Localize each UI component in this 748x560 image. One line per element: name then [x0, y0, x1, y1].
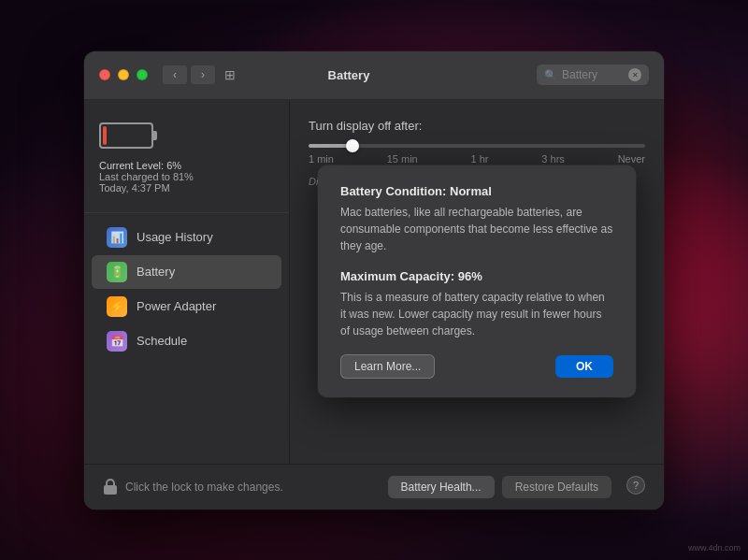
- sidebar-item-label-schedule: Schedule: [137, 334, 187, 348]
- sidebar-item-usage-history[interactable]: 📊 Usage History: [92, 221, 281, 254]
- sidebar-item-power-adapter[interactable]: ⚡ Power Adapter: [92, 290, 281, 323]
- minimize-button[interactable]: [118, 69, 129, 80]
- search-bar[interactable]: 🔍 Battery ✕: [537, 65, 649, 85]
- modal-buttons: Learn More... OK: [340, 354, 613, 379]
- lock-shackle: [106, 479, 115, 485]
- battery-icon-container: [99, 122, 274, 149]
- traffic-lights: [99, 69, 148, 80]
- bottom-bar: Click the lock to make changes. Battery …: [84, 464, 664, 510]
- usage-history-icon: 📊: [107, 227, 127, 248]
- capacity-text: This is a measure of battery capacity re…: [340, 289, 613, 339]
- condition-text: Mac batteries, like all rechargeable bat…: [340, 204, 613, 254]
- lock-icon: [103, 479, 118, 495]
- maximize-button[interactable]: [137, 69, 148, 80]
- current-level: Current Level: 6%: [99, 160, 274, 171]
- schedule-icon: 📅: [107, 331, 127, 352]
- titlebar: ‹ › ⊞ Battery 🔍 Battery ✕: [84, 51, 664, 100]
- sidebar: Current Level: 6% Last charged to 81% To…: [84, 100, 290, 464]
- bottom-right-buttons: Battery Health... Restore Defaults ?: [388, 476, 645, 498]
- charge-time: Today, 4:37 PM: [99, 182, 274, 194]
- battery-icon: [99, 122, 153, 149]
- battery-fill: [103, 126, 107, 145]
- power-adapter-icon: ⚡: [107, 296, 127, 317]
- restore-defaults-button[interactable]: Restore Defaults: [502, 476, 611, 498]
- close-button[interactable]: [99, 69, 110, 80]
- capacity-title: Maximum Capacity: 96%: [340, 269, 613, 283]
- help-button[interactable]: ?: [626, 476, 645, 495]
- lock-label: Click the lock to make changes.: [125, 481, 283, 494]
- modal-overlay: Battery Condition: Normal Mac batteries,…: [290, 100, 664, 464]
- battery-text-info: Current Level: 6% Last charged to 81% To…: [99, 160, 274, 194]
- sidebar-item-schedule[interactable]: 📅 Schedule: [92, 324, 281, 358]
- sidebar-item-label-power-adapter: Power Adapter: [137, 299, 216, 313]
- battery-health-button[interactable]: Battery Health...: [388, 476, 495, 498]
- condition-title: Battery Condition: Normal: [340, 184, 613, 198]
- ok-button[interactable]: OK: [555, 355, 613, 378]
- battery-condition-dialog: Battery Condition: Normal Mac batteries,…: [318, 165, 636, 397]
- main-content: Turn display off after: 1 min 15 min 1 h…: [290, 100, 664, 464]
- lock-icon-area[interactable]: Click the lock to make changes.: [103, 479, 388, 495]
- sidebar-item-label-usage-history: Usage History: [137, 230, 213, 244]
- search-icon: 🔍: [544, 69, 557, 81]
- search-clear-button[interactable]: ✕: [628, 68, 641, 81]
- watermark: www.4dn.com: [688, 543, 741, 553]
- sidebar-item-label-battery: Battery: [137, 265, 175, 279]
- window-title: Battery: [161, 68, 537, 82]
- system-preferences-window: ‹ › ⊞ Battery 🔍 Battery ✕ Current Level:…: [84, 51, 664, 510]
- battery-icon-sidebar: 🔋: [107, 262, 127, 282]
- search-text: Battery: [562, 68, 624, 81]
- last-charged: Last charged to 81%: [99, 171, 274, 182]
- battery-info: Current Level: 6% Last charged to 81% To…: [84, 111, 289, 213]
- sidebar-item-battery[interactable]: 🔋 Battery: [92, 255, 281, 289]
- window-body: Current Level: 6% Last charged to 81% To…: [84, 100, 664, 464]
- learn-more-button[interactable]: Learn More...: [340, 354, 435, 379]
- lock-body: [104, 485, 117, 495]
